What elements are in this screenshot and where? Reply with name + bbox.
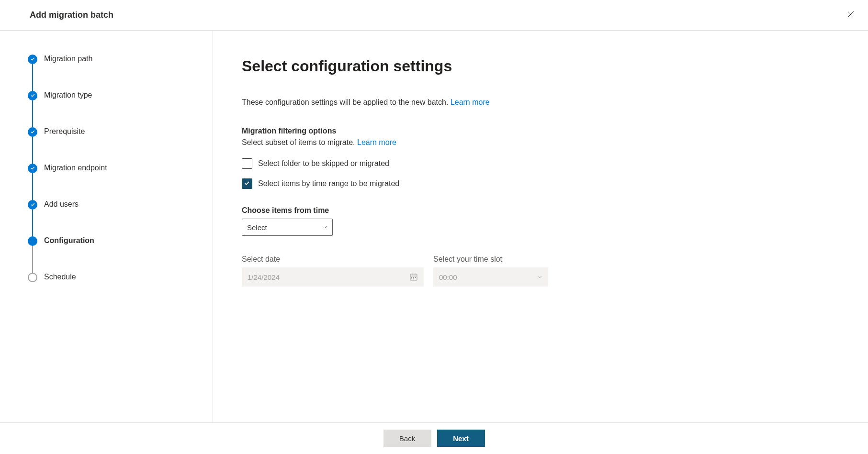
step-prerequisite[interactable]: Prerequisite: [28, 127, 193, 164]
step-migration-path[interactable]: Migration path: [28, 55, 193, 91]
step-label: Migration endpoint: [44, 164, 107, 172]
learn-more-filtering-link[interactable]: Learn more: [357, 138, 396, 146]
header-title: Add migration batch: [30, 10, 113, 20]
check-icon: [28, 127, 37, 137]
close-button[interactable]: [845, 9, 857, 22]
date-value: 1/24/2024: [248, 273, 280, 281]
main-content: Select configuration settings These conf…: [213, 31, 868, 422]
step-list: Migration path Migration type Prerequisi…: [28, 55, 193, 282]
checkbox-checked-icon: [242, 178, 252, 189]
date-column: Select date 1/24/2024: [242, 255, 424, 287]
step-schedule[interactable]: Schedule: [28, 273, 193, 282]
page-title: Select configuration settings: [242, 57, 839, 75]
check-icon: [28, 200, 37, 210]
filtering-title: Migration filtering options: [242, 127, 839, 135]
time-select-dropdown[interactable]: Select: [242, 219, 333, 236]
time-select-value: Select: [247, 223, 267, 232]
check-icon: [28, 164, 37, 173]
time-select-label: Choose items from time: [242, 206, 839, 215]
footer: Back Next: [0, 422, 868, 454]
date-input: 1/24/2024: [242, 267, 424, 287]
svg-rect-5: [413, 277, 414, 278]
step-label: Configuration: [44, 236, 94, 245]
back-button[interactable]: Back: [383, 430, 431, 447]
step-migration-type[interactable]: Migration type: [28, 91, 193, 127]
chevron-down-icon: [537, 274, 542, 280]
page-description: These configuration settings will be app…: [242, 98, 839, 107]
svg-rect-7: [411, 278, 412, 279]
body: Migration path Migration type Prerequisi…: [0, 31, 868, 422]
date-time-row: Select date 1/24/2024: [242, 255, 839, 287]
chevron-down-icon: [322, 224, 327, 230]
checkbox-folder-option[interactable]: Select folder to be skipped or migrated: [242, 158, 839, 169]
checkbox-folder-label: Select folder to be skipped or migrated: [258, 159, 389, 168]
svg-rect-8: [413, 278, 414, 279]
timeslot-input: 00:00: [433, 267, 548, 287]
timeslot-label: Select your time slot: [433, 255, 548, 264]
step-label: Add users: [44, 200, 79, 209]
check-icon: [28, 91, 37, 100]
filtering-subtitle: Select subset of items to migrate. Learn…: [242, 138, 839, 147]
step-migration-endpoint[interactable]: Migration endpoint: [28, 164, 193, 200]
svg-rect-4: [411, 277, 412, 278]
checkbox-unchecked-icon: [242, 158, 252, 169]
checkbox-time-option[interactable]: Select items by time range to be migrate…: [242, 178, 839, 189]
step-add-users[interactable]: Add users: [28, 200, 193, 236]
header: Add migration batch: [0, 0, 868, 31]
checkbox-time-label: Select items by time range to be migrate…: [258, 179, 399, 188]
step-label: Migration path: [44, 55, 92, 63]
step-label: Prerequisite: [44, 127, 85, 136]
pending-step-icon: [28, 273, 37, 282]
timeslot-value: 00:00: [439, 273, 457, 281]
check-icon: [28, 55, 37, 64]
current-step-icon: [28, 236, 37, 246]
close-icon: [847, 11, 855, 18]
date-label: Select date: [242, 255, 424, 264]
step-configuration[interactable]: Configuration: [28, 236, 193, 273]
sidebar: Migration path Migration type Prerequisi…: [0, 31, 213, 422]
next-button[interactable]: Next: [437, 430, 485, 447]
time-select-group: Choose items from time Select: [242, 206, 839, 236]
step-label: Migration type: [44, 91, 92, 100]
calendar-icon: [409, 273, 418, 281]
svg-rect-6: [415, 277, 416, 278]
learn-more-link[interactable]: Learn more: [451, 98, 490, 106]
timeslot-column: Select your time slot 00:00: [433, 255, 548, 287]
step-label: Schedule: [44, 273, 76, 281]
